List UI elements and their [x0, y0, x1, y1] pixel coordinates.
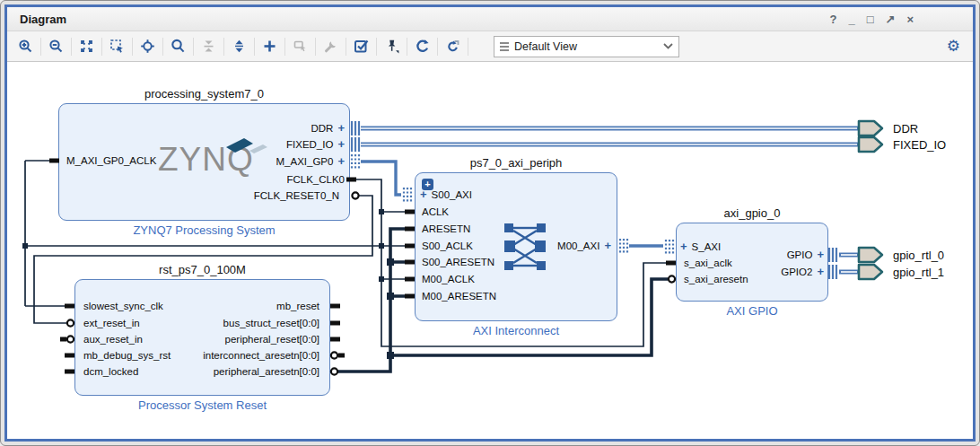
port-fixed-io[interactable]: FIXED_IO+: [286, 137, 345, 152]
window-title: Diagram: [20, 13, 66, 26]
port-slowest-sync-clk[interactable]: slowest_sync_clk: [83, 299, 163, 313]
port-aux-reset-in[interactable]: aux_reset_in: [83, 332, 143, 346]
port-peripheral-reset[interactable]: peripheral_reset[0:0]: [225, 332, 319, 346]
port-m00-aresetn[interactable]: M00_ARESETN: [422, 289, 496, 303]
expand-port-icon[interactable]: +: [604, 240, 611, 252]
zynq-logo: ZYNQ: [158, 141, 254, 179]
port-m00-aclk[interactable]: M00_ACLK: [422, 272, 475, 286]
hatch-gpio2: [829, 265, 836, 279]
block-instance-name: processing_system7_0: [58, 87, 350, 101]
port-aresetn[interactable]: ARESETN: [422, 222, 470, 236]
port-fclk-clk0[interactable]: FCLK_CLK0: [286, 172, 345, 187]
validate-design-icon[interactable]: [348, 35, 374, 58]
view-selector-label: Default View: [514, 40, 658, 53]
block-type-label: ZYNQ7 Processing System: [58, 223, 350, 237]
external-port-label-fixed-io: FIXED_IO: [893, 137, 946, 153]
port-aclk[interactable]: ACLK: [422, 205, 449, 219]
hamburger-icon: [500, 40, 509, 53]
customize-block-icon: [318, 35, 344, 58]
expand-interfaces-icon[interactable]: [440, 35, 466, 58]
regenerate-layout-icon[interactable]: [409, 35, 435, 58]
diagram-window: Diagram ? _ □ ↗ ×: [0, 0, 980, 446]
port-interconnect-aresetn[interactable]: interconnect_aresetn[0:0]: [203, 348, 319, 363]
titlebar: Diagram ? _ □ ↗ ×: [7, 7, 973, 31]
hatch-m00-axi: [620, 239, 627, 253]
port-m-axi-gp0[interactable]: M_AXI_GP0+: [276, 154, 345, 169]
block-type-label: AXI Interconnect: [415, 324, 617, 337]
port-s00-aclk[interactable]: S00_ACLK: [422, 239, 473, 253]
expand-port-icon[interactable]: +: [817, 249, 824, 261]
expand-port-icon[interactable]: +: [337, 155, 345, 168]
maximize-icon[interactable]: □: [867, 13, 874, 26]
port-s-axi[interactable]: +S_AXI: [680, 240, 721, 254]
external-port-ddr[interactable]: [859, 121, 882, 136]
hatch-s00-axi: [404, 188, 411, 202]
help-icon[interactable]: ?: [829, 13, 836, 26]
block-type-label: Processor System Reset: [74, 398, 330, 412]
block-instance-name: rst_ps7_0_100M: [74, 263, 330, 276]
close-icon[interactable]: ×: [906, 13, 914, 26]
block-type-label: AXI GPIO: [676, 304, 828, 318]
expand-port-icon[interactable]: +: [420, 188, 427, 201]
hatch-fixed-io: [352, 137, 359, 152]
port-s00-aresetn[interactable]: S00_ARESETN: [422, 255, 494, 269]
expand-port-icon[interactable]: +: [680, 240, 687, 253]
port-mb-reset[interactable]: mb_reset: [276, 299, 319, 313]
port-fclk-reset0-n[interactable]: FCLK_RESET0_N: [254, 188, 339, 203]
float-icon[interactable]: ↗: [886, 13, 896, 26]
hatch-m-axi-gp0: [352, 154, 359, 169]
port-mb-debug-sys-rst[interactable]: mb_debug_sys_rst: [83, 348, 171, 363]
window-frame: Diagram ? _ □ ↗ ×: [4, 4, 976, 442]
pin-icon[interactable]: [379, 35, 405, 58]
wire-aresetn-branches: [390, 262, 415, 296]
expand-port-icon[interactable]: +: [337, 138, 345, 151]
expand-port-icon[interactable]: +: [817, 266, 824, 278]
port-dcm-locked[interactable]: dcm_locked: [83, 364, 138, 379]
zoom-out-icon[interactable]: [43, 35, 69, 58]
block-instance-name: axi_gpio_0: [676, 206, 828, 220]
toolbar: Default View ⚙: [7, 31, 973, 62]
diagram-canvas[interactable]: processing_system7_0 ZYNQ7 Processing Sy…: [7, 62, 973, 439]
expand-port-icon[interactable]: +: [337, 122, 345, 135]
port-ddr[interactable]: DDR+: [311, 121, 345, 136]
zoom-fit-icon[interactable]: [74, 35, 100, 58]
external-port-fixed-io[interactable]: [859, 137, 882, 152]
add-ip-icon[interactable]: [257, 35, 283, 58]
zoom-to-selection-icon[interactable]: [104, 35, 130, 58]
wire-clock-branches: [381, 212, 415, 279]
port-ext-reset-in[interactable]: ext_reset_in: [83, 316, 140, 330]
port-bus-struct-reset[interactable]: bus_struct_reset[0:0]: [223, 316, 319, 330]
hatch-gpio: [829, 248, 836, 262]
port-s-axi-aresetn[interactable]: s_axi_aresetn: [684, 272, 748, 286]
zoom-in-icon[interactable]: [13, 35, 39, 58]
wire-m-axi-gp0: [361, 162, 401, 195]
external-port-label-gpio-rtl-0: gpio_rtl_0: [893, 248, 944, 263]
collapse-hierarchy-icon: [196, 35, 222, 58]
port-m00-axi[interactable]: M00_AXI+: [557, 239, 611, 253]
port-gpio2[interactable]: GPIO2+: [781, 265, 824, 279]
port-s-axi-aclk[interactable]: s_axi_aclk: [684, 256, 732, 270]
external-port-label-ddr: DDR: [893, 121, 918, 136]
chevron-down-icon: [663, 43, 673, 49]
minimize-icon[interactable]: _: [848, 13, 854, 26]
external-port-gpio-rtl-1[interactable]: [859, 265, 882, 279]
port-s00-axi[interactable]: +S00_AXI: [420, 188, 472, 202]
block-instance-name: ps7_0_axi_periph: [415, 156, 617, 170]
view-selector[interactable]: Default View: [494, 36, 679, 57]
settings-gear-icon[interactable]: ⚙: [947, 37, 960, 56]
expand-hierarchy-icon[interactable]: [226, 35, 252, 58]
port-m-axi-gp0-aclk[interactable]: M_AXI_GP0_ACLK: [66, 153, 156, 168]
hatch-ddr: [352, 121, 359, 136]
wire-peripheral-aresetn: [337, 229, 415, 372]
external-port-gpio-rtl-0[interactable]: [859, 248, 882, 262]
port-peripheral-aresetn[interactable]: peripheral_aresetn[0:0]: [214, 364, 319, 379]
port-gpio[interactable]: GPIO+: [787, 248, 824, 262]
make-external-icon: [287, 35, 313, 58]
external-port-label-gpio-rtl-1: gpio_rtl_1: [893, 265, 944, 280]
search-icon[interactable]: [165, 35, 191, 58]
window-controls: ? _ □ ↗ ×: [829, 13, 914, 26]
hatch-s-axi: [666, 240, 673, 254]
fit-selection-icon[interactable]: [135, 35, 161, 58]
